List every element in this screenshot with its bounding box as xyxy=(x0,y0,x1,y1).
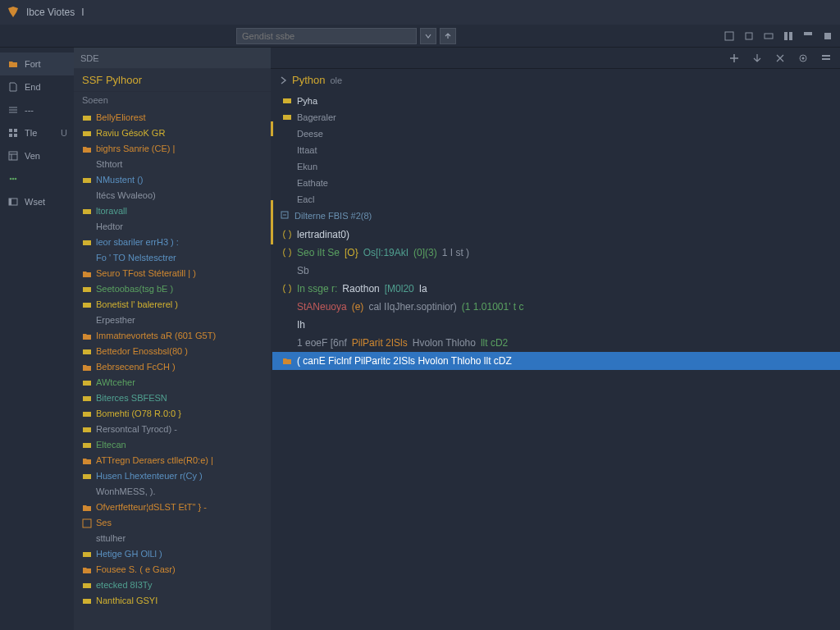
svg-rect-27 xyxy=(83,412,91,417)
code-line[interactable]: Sb xyxy=(272,262,840,280)
tree-row-label: Seetoobas(tsg bE ) xyxy=(96,282,173,296)
svg-rect-31 xyxy=(83,519,91,527)
none-icon xyxy=(82,191,92,201)
tree-row[interactable]: Itécs Wvaleoo) xyxy=(74,188,271,203)
list-icon xyxy=(7,103,20,116)
tree-row[interactable]: ATTregn Deraers ctlle(R0:e) | xyxy=(74,453,271,468)
tree-row[interactable]: Immatnevortets aR (601 G5T) xyxy=(74,328,271,344)
outline-row[interactable]: Pyha xyxy=(272,93,840,109)
toolbar-icon-2[interactable] xyxy=(743,30,755,42)
tree-row[interactable]: AWtceher xyxy=(74,375,271,390)
editor-tab[interactable]: Python ole xyxy=(271,69,840,91)
folder-icon xyxy=(82,565,92,575)
code-token: 1 eoeF [6nf xyxy=(297,335,347,351)
tree-row[interactable]: Fousee S. ( e Gasr) xyxy=(74,562,271,578)
search-dropdown-icon[interactable] xyxy=(420,28,436,44)
app-title-suffix: I xyxy=(81,7,84,18)
tree-row[interactable]: Fo ' TO Nelstesctrer xyxy=(74,250,271,266)
activity-item[interactable]: End xyxy=(0,75,74,98)
editor-action-more-icon[interactable] xyxy=(820,52,832,64)
tree-row[interactable]: ltoravall xyxy=(74,203,271,219)
svg-rect-4 xyxy=(789,32,792,40)
search-region xyxy=(236,28,456,44)
svg-rect-22 xyxy=(83,287,91,292)
outline-row[interactable]: Deese xyxy=(272,126,840,142)
struct-icon xyxy=(82,596,92,606)
editor-action-cut-icon[interactable] xyxy=(774,52,786,64)
struct-icon xyxy=(82,550,92,559)
activity-item[interactable] xyxy=(0,167,74,190)
outline-row[interactable]: Bageraler xyxy=(272,109,840,126)
svg-rect-32 xyxy=(83,552,91,557)
none-icon xyxy=(82,222,92,232)
tree-row[interactable]: Ses xyxy=(74,515,271,531)
tree-row[interactable]: Bebrsecend FcCH ) xyxy=(74,359,271,375)
tree-row[interactable]: Ofvertfetteur¦dSLST EtT" } - xyxy=(74,500,271,515)
code-token: Os[l:19AkI xyxy=(363,244,409,261)
tree-row[interactable]: Raviu GésoK GR xyxy=(74,126,271,141)
none-icon xyxy=(82,316,92,326)
toolbar-icon-1[interactable] xyxy=(724,30,735,42)
code-line[interactable]: StANeuoya(e) cal IIqJher.soptinior) (1 1… xyxy=(272,298,840,316)
tree-row[interactable]: Bomehti (O78 R.0:0 } xyxy=(74,406,271,422)
tree-row[interactable]: bighrs Sanrie (CE) | xyxy=(74,141,271,157)
code-line[interactable]: lertradinat0) xyxy=(272,226,840,244)
code-area[interactable]: lertradinat0)Seo iIt Se [O}Os[l:19AkI(0]… xyxy=(272,226,840,370)
svg-rect-38 xyxy=(822,58,830,60)
toolbar-icon-5[interactable] xyxy=(802,30,814,42)
tree-row[interactable]: Biterces SBFESN xyxy=(74,390,271,406)
expand-icon[interactable] xyxy=(281,211,289,219)
tree-row[interactable]: leor sbariler errH3 ) : xyxy=(74,235,271,250)
search-up-icon[interactable] xyxy=(440,28,456,44)
tree-row[interactable]: Bonetist l' balererel ) xyxy=(74,297,271,313)
activity-item[interactable]: --- xyxy=(0,98,74,121)
code-token: In ssge r: xyxy=(297,281,337,297)
tree-row[interactable]: Seuro TFost Stéteratill | ) xyxy=(74,266,271,281)
activity-item[interactable]: Ven xyxy=(0,144,74,167)
panel-icon xyxy=(7,195,20,208)
code-token: [O} xyxy=(345,244,358,261)
activity-item[interactable]: TleU xyxy=(0,121,74,144)
tree-row[interactable]: BellyEliorest xyxy=(74,110,271,126)
code-line[interactable]: In ssge r:Raothon[M0l20Ia xyxy=(272,280,840,298)
tree-row-label: Hedtor xyxy=(96,220,123,234)
activity-item[interactable]: Fort xyxy=(0,52,74,75)
tree-row[interactable]: Husen Lhextenteuer r(Cy ) xyxy=(74,468,271,484)
editor-action-settings-icon[interactable] xyxy=(797,52,809,64)
tree-row[interactable]: Rersontcal Tyrocd) - xyxy=(74,422,271,437)
search-input[interactable] xyxy=(236,28,417,44)
tree-row[interactable]: Bettedor Enossbsl(80 ) xyxy=(74,344,271,359)
tree-row[interactable]: NMustent () xyxy=(74,172,271,188)
struct-icon xyxy=(82,300,92,310)
outline-row[interactable]: Eacl xyxy=(272,191,840,208)
outline-row[interactable]: Ekun xyxy=(272,158,840,175)
tree-row[interactable]: Hedtor xyxy=(74,219,271,235)
tree-row-label: Bonetist l' balererel ) xyxy=(96,298,178,312)
toolbar-icon-6[interactable] xyxy=(822,30,833,42)
tree-row[interactable]: WonhMESS, ). xyxy=(74,484,271,500)
tree-row[interactable]: Nanthical GSYI xyxy=(74,593,271,609)
code-line[interactable]: Ih xyxy=(272,316,840,334)
toolbar-icon-4[interactable] xyxy=(783,30,794,42)
outline-row[interactable]: Ittaat xyxy=(272,142,840,158)
toolbar-icon-3[interactable] xyxy=(763,30,774,42)
tree-row[interactable]: Sthtort xyxy=(74,157,271,172)
editor-action-down-icon[interactable] xyxy=(751,52,763,64)
tree-row[interactable]: sttulher xyxy=(74,531,271,546)
code-line[interactable]: 1 eoeF [6nf PilParit 2ISls Hvolon Thloho… xyxy=(272,334,840,352)
struct-icon xyxy=(82,207,92,217)
code-token: Raothon xyxy=(342,281,379,297)
activity-item[interactable]: Wset xyxy=(0,190,74,213)
code-line[interactable]: Seo iIt Se [O}Os[l:19AkI(0](3) 1 I st ) xyxy=(272,244,840,262)
tree-row[interactable]: Erpesther xyxy=(74,313,271,328)
activity-item-label: Tle xyxy=(25,128,37,138)
tree-row[interactable]: Seetoobas(tsg bE ) xyxy=(74,281,271,297)
svg-rect-5 xyxy=(804,32,812,35)
code-token: lertradinat0) xyxy=(297,226,349,243)
tree-row[interactable]: Hetige GH OlLl ) xyxy=(74,546,271,562)
editor-action-add-icon[interactable] xyxy=(728,52,740,64)
code-line[interactable]: ( canE Ficlnf PilParitc 2ISls Hvolon Thl… xyxy=(272,352,840,370)
tree-row[interactable]: Eltecan xyxy=(74,437,271,453)
tree-row[interactable]: etecked 8I3Ty xyxy=(74,578,271,593)
outline-row[interactable]: Eathate xyxy=(272,175,840,191)
